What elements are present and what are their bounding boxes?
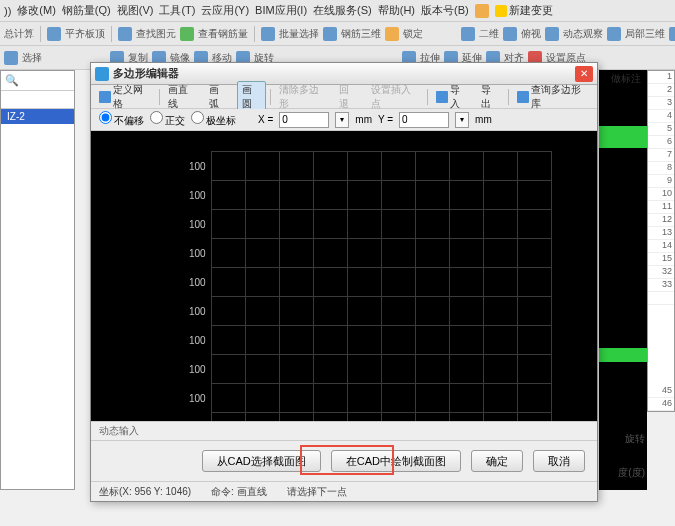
y-dropdown[interactable]: ▾ [455,112,469,128]
tb-item[interactable]: 局部三维 [625,27,665,41]
menu-item[interactable]: 视图(V) [117,3,154,18]
ruler-tick: 1 [648,71,674,84]
tb-icon[interactable] [261,27,275,41]
new-icon [495,5,507,17]
tb-icon[interactable] [323,27,337,41]
ruler-tick: 4 [648,110,674,123]
tb-icon[interactable] [545,27,559,41]
tb-icon[interactable] [180,27,194,41]
tb-item[interactable]: 选择 [22,51,42,65]
ruler-tick: 14 [648,240,674,253]
dialog-statusbar: 坐标(X: 956 Y: 1046) 命令: 画直线 请选择下一点 [91,481,597,501]
menu-item[interactable]: 帮助(H) [378,3,415,18]
x-label: X = [258,114,273,125]
ruler-tick: 8 [648,162,674,175]
ruler-tick: 12 [648,214,674,227]
grid-label: 100 [189,219,206,230]
tb-item[interactable]: 锁定 [403,27,423,41]
tb-icon[interactable] [503,27,517,41]
tb-item[interactable]: 查找图元 [136,27,176,41]
y-label: Y = [378,114,393,125]
tb-icon[interactable] [461,27,475,41]
dialog-button-row: 从CAD选择截面图 在CAD中绘制截面图 确定 取消 [91,441,597,481]
ruler-tick: 10 [648,188,674,201]
tb-item[interactable]: 查看钢筋量 [198,27,248,41]
no-offset-radio[interactable]: 不偏移 [99,111,144,128]
tb-item[interactable]: 总计算 [4,27,34,41]
menu-item[interactable]: )) [4,5,11,17]
ok-button[interactable]: 确定 [471,450,523,472]
coord-readout: 坐标(X: 956 Y: 1046) [99,485,191,499]
rotate-label: 旋转 [625,432,645,446]
tb-item[interactable]: 动态观察 [563,27,603,41]
close-button[interactable]: ✕ [575,66,593,82]
label: 设置插入点 [371,83,419,111]
tb-item[interactable]: 二维 [479,27,499,41]
new-change-label: 新建变更 [509,3,553,18]
tb-icon[interactable] [4,51,18,65]
import-button[interactable]: 导入 [432,82,473,112]
degree-label: 度(度) [618,466,645,480]
right-canvas-strip [599,70,647,490]
warning-icon [475,4,489,18]
clear-polygon-button[interactable]: 清除多边形 [275,82,331,112]
sidebar-item[interactable]: IZ-2 [1,109,74,124]
draw-arc-button[interactable]: 画弧 [205,82,232,112]
unit: mm [475,114,492,125]
search-input[interactable] [19,75,70,86]
unit: mm [355,114,372,125]
y-input[interactable] [399,112,449,128]
label: 极坐标 [206,115,236,126]
main-menubar: )) 修改(M) 钢筋量(Q) 视图(V) 工具(T) 云应用(Y) BIM应用… [0,0,675,22]
grid-label: 100 [189,161,206,172]
tb-icon[interactable] [118,27,132,41]
dynamic-input-label: 动态输入 [99,424,139,438]
tb-item[interactable]: 批量选择 [279,27,319,41]
label: 导出 [481,83,500,111]
ruler-tick: 2 [648,84,674,97]
ruler-tick: 46 [648,398,674,411]
label: 画弧 [209,83,228,111]
tb-item[interactable]: 平齐板顶 [65,27,105,41]
ruler-tick: 32 [648,266,674,279]
cancel-button[interactable]: 取消 [533,450,585,472]
polar-radio[interactable]: 极坐标 [191,111,236,128]
grid-label: 100 [189,248,206,259]
define-grid-button[interactable]: 定义网格 [95,82,155,112]
x-dropdown[interactable]: ▾ [335,112,349,128]
new-change-button[interactable]: 新建变更 [495,3,553,18]
ortho-radio[interactable]: 正交 [150,111,185,128]
cmd-label: 命令: [211,486,234,497]
tb-icon[interactable] [385,27,399,41]
menu-item[interactable]: 云应用(Y) [201,3,249,18]
in-cad-button[interactable]: 在CAD中绘制截面图 [331,450,461,472]
grid-label: 100 [189,306,206,317]
from-cad-button[interactable]: 从CAD选择截面图 [202,450,321,472]
ruler-tick: 13 [648,227,674,240]
set-insert-button[interactable]: 设置插入点 [367,82,423,112]
export-button[interactable]: 导出 [477,82,504,112]
query-lib-button[interactable]: 查询多边形库 [513,82,593,112]
menu-item[interactable]: 版本号(B) [421,3,469,18]
grid-icon [99,91,111,103]
ruler-tick: 5 [648,123,674,136]
tb-icon[interactable] [47,27,61,41]
menu-item[interactable]: 修改(M) [17,3,56,18]
back-button[interactable]: 回退 [335,82,362,112]
draw-circle-button[interactable]: 画圆 [237,81,266,113]
ruler-tick: 3 [648,97,674,110]
label: 回退 [339,83,358,111]
tb-item[interactable]: 钢筋三维 [341,27,381,41]
tb-icon[interactable] [669,27,675,41]
menu-item[interactable]: 在线服务(S) [313,3,372,18]
label: 清除多边形 [279,83,327,111]
menu-item[interactable]: 钢筋量(Q) [62,3,111,18]
label: 画圆 [242,83,261,111]
draw-line-button[interactable]: 画直线 [164,82,201,112]
drawing-canvas[interactable]: 100 100 100 100 100 100 100 100 100 100 … [91,131,597,421]
menu-item[interactable]: BIM应用(I) [255,3,307,18]
menu-item[interactable]: 工具(T) [159,3,195,18]
tb-item[interactable]: 俯视 [521,27,541,41]
tb-icon[interactable] [607,27,621,41]
x-input[interactable] [279,112,329,128]
